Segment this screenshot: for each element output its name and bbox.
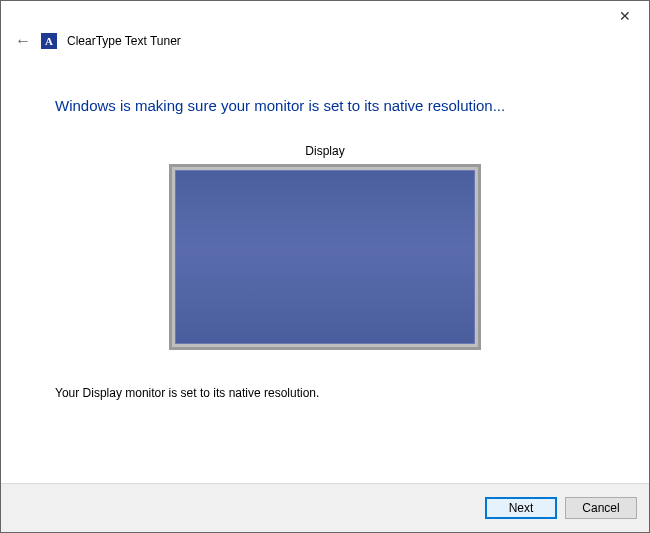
next-button[interactable]: Next [485,497,557,519]
display-preview-area: Display [55,144,595,350]
close-button[interactable]: ✕ [607,5,643,27]
close-icon: ✕ [619,8,631,24]
wizard-header: ← A ClearType Text Tuner [1,31,649,57]
back-arrow-icon[interactable]: ← [15,33,31,49]
titlebar: ✕ [1,1,649,31]
app-icon: A [41,33,57,49]
monitor-frame [169,164,481,350]
cancel-button[interactable]: Cancel [565,497,637,519]
status-text: Your Display monitor is set to its nativ… [55,386,595,400]
wizard-footer: Next Cancel [1,483,649,532]
cleartype-tuner-window: ✕ ← A ClearType Text Tuner Windows is ma… [0,0,650,533]
monitor-screen [175,170,475,344]
app-title: ClearType Text Tuner [67,34,181,48]
page-headline: Windows is making sure your monitor is s… [55,97,595,114]
display-label: Display [55,144,595,158]
content-area: Windows is making sure your monitor is s… [1,57,649,483]
